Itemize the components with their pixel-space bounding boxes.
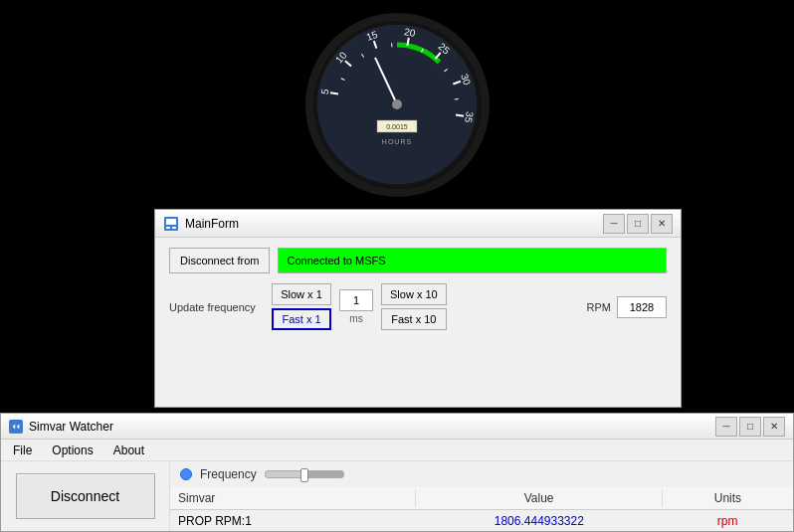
svg-text:HOURS: HOURS: [382, 138, 412, 145]
simvar-left-panel: Disconnect: [1, 461, 170, 531]
table-header: Simvar Value Units: [170, 487, 793, 510]
simvar-right-panel: Frequency Simvar Value Units PROP RPM:1 …: [170, 461, 793, 531]
freq-slider-thumb: [300, 468, 308, 482]
svg-line-7: [407, 38, 408, 46]
left-freq-buttons: Slow x 1 Fast x 1: [272, 283, 331, 330]
connection-status: Connected to MSFS: [278, 248, 667, 273]
svg-rect-27: [166, 219, 176, 225]
mainform-maximize-button[interactable]: □: [627, 214, 649, 234]
ms-input[interactable]: [339, 289, 373, 311]
col-header-units: Units: [663, 489, 793, 507]
simvar-minimize-button[interactable]: ─: [715, 417, 737, 437]
svg-text:0.0015: 0.0015: [386, 123, 408, 130]
frequency-label: Frequency: [200, 467, 257, 481]
simvar-menubar: File Options About: [1, 440, 793, 461]
rpm-container: RPM 1828: [587, 296, 667, 318]
mainform-window: MainForm ─ □ ✕ Disconnect from Connected…: [154, 209, 682, 408]
gauge-circle: 5 10 15 20 25 30: [305, 13, 490, 197]
cell-simvar: PROP RPM:1: [170, 512, 416, 530]
frequency-row: Update frequency Slow x 1 Fast x 1 ms Sl…: [169, 283, 667, 330]
right-freq-buttons: Slow x 10 Fast x 10: [381, 283, 447, 330]
simvar-window-controls: ─ □ ✕: [715, 417, 785, 437]
update-frequency-label: Update frequency: [169, 301, 264, 313]
cell-value: 1806.444933322: [416, 512, 662, 530]
disconnect-from-button[interactable]: Disconnect from: [169, 248, 270, 273]
ms-label: ms: [349, 313, 362, 324]
svg-line-1: [330, 92, 338, 93]
menu-file[interactable]: File: [5, 442, 40, 459]
ms-container: ms: [339, 289, 373, 324]
slow-x1-button[interactable]: Slow x 1: [272, 283, 331, 305]
svg-rect-28: [166, 227, 170, 229]
svg-line-13: [456, 114, 464, 115]
freq-indicator-row: Frequency: [170, 461, 793, 487]
simvar-body: Disconnect Frequency Simvar Value Units: [1, 461, 793, 531]
freq-indicator-dot: [180, 468, 192, 480]
gauge-area: 5 10 15 20 25 30: [0, 0, 794, 209]
simvar-watcher-window: Simvar Watcher ─ □ ✕ File Options About …: [0, 413, 794, 532]
mainform-icon: [163, 216, 179, 232]
svg-rect-30: [11, 422, 21, 432]
mainform-title: MainForm: [185, 217, 603, 231]
mainform-window-controls: ─ □ ✕: [603, 214, 673, 234]
data-table: Simvar Value Units PROP RPM:1 1806.44493…: [170, 487, 793, 532]
svg-point-22: [392, 99, 402, 109]
mainform-content: Disconnect from Connected to MSFS Update…: [155, 238, 681, 340]
mainform-titlebar: MainForm ─ □ ✕: [155, 210, 681, 238]
connection-row: Disconnect from Connected to MSFS: [169, 248, 667, 273]
fast-x10-button[interactable]: Fast x 10: [381, 308, 447, 330]
slow-x10-button[interactable]: Slow x 10: [381, 283, 447, 305]
simvar-maximize-button[interactable]: □: [739, 417, 761, 437]
cell-units: rpm: [662, 512, 793, 530]
simvar-titlebar: Simvar Watcher ─ □ ✕: [1, 414, 793, 440]
col-header-simvar: Simvar: [170, 489, 416, 507]
simvar-title: Simvar Watcher: [29, 420, 715, 434]
menu-about[interactable]: About: [105, 442, 152, 459]
disconnect-button[interactable]: Disconnect: [16, 473, 155, 519]
simvar-icon: [9, 420, 23, 434]
gauge-inner: 5 10 15 20 25 30: [317, 25, 477, 184]
rpm-label: RPM: [587, 301, 611, 313]
rpm-value: 1828: [617, 296, 667, 318]
svg-rect-29: [172, 227, 176, 229]
table-row: PROP RPM:1 1806.444933322 rpm: [170, 510, 793, 532]
mainform-close-button[interactable]: ✕: [651, 214, 673, 234]
mainform-minimize-button[interactable]: ─: [603, 214, 625, 234]
fast-x1-button[interactable]: Fast x 1: [272, 308, 331, 330]
col-header-value: Value: [416, 489, 662, 507]
frequency-slider[interactable]: [265, 470, 344, 478]
simvar-close-button[interactable]: ✕: [763, 417, 785, 437]
menu-options[interactable]: Options: [44, 442, 100, 459]
